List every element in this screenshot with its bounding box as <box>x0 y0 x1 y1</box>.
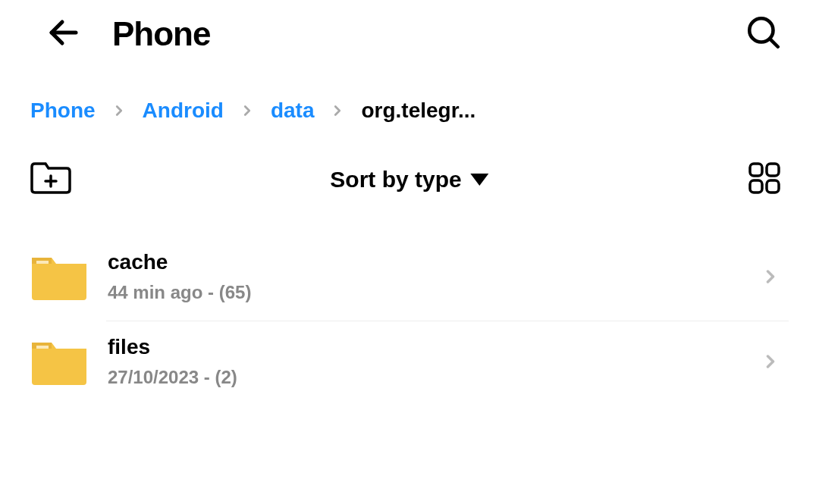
svg-rect-10 <box>36 261 49 264</box>
folder-plus-icon <box>30 161 71 196</box>
triangle-down-icon <box>471 174 489 186</box>
grid-icon <box>748 161 781 195</box>
view-toggle-button[interactable] <box>748 161 781 198</box>
new-folder-button[interactable] <box>30 161 71 199</box>
breadcrumb-item-android[interactable]: Android <box>143 99 224 123</box>
app-header: Phone <box>0 0 819 68</box>
folder-meta: 27/10/2023 - (2) <box>108 367 760 388</box>
breadcrumb-item-data[interactable]: data <box>271 99 315 123</box>
svg-rect-12 <box>36 346 49 349</box>
folder-list: cache 44 min ago - (65) files 27/10/2023… <box>0 214 819 406</box>
svg-rect-6 <box>767 164 779 176</box>
arrow-left-icon <box>46 14 82 51</box>
chevron-right-icon <box>760 266 781 287</box>
sort-label: Sort by type <box>330 167 461 193</box>
chevron-right-icon <box>111 102 127 119</box>
search-icon <box>745 14 783 52</box>
folder-item[interactable]: files 27/10/2023 - (2) <box>30 321 789 406</box>
folder-name: files <box>108 335 760 359</box>
folder-info: cache 44 min ago - (65) <box>108 250 760 303</box>
breadcrumb: Phone Android data org.telegr... <box>0 68 819 146</box>
breadcrumb-item-phone[interactable]: Phone <box>30 99 96 123</box>
breadcrumb-item-current: org.telegr... <box>361 99 475 123</box>
sort-dropdown[interactable]: Sort by type <box>330 167 488 193</box>
folder-name: cache <box>108 250 760 274</box>
svg-rect-5 <box>750 164 762 176</box>
page-title: Phone <box>112 15 210 53</box>
folder-icon <box>30 253 88 300</box>
svg-rect-7 <box>750 180 762 193</box>
toolbar: Sort by type <box>0 146 819 214</box>
chevron-right-icon <box>760 351 781 372</box>
folder-icon <box>30 338 88 385</box>
svg-line-2 <box>770 39 777 46</box>
folder-meta: 44 min ago - (65) <box>108 282 760 303</box>
header-left-group: Phone <box>46 14 210 54</box>
svg-rect-8 <box>767 180 779 193</box>
search-button[interactable] <box>739 8 789 61</box>
chevron-right-icon <box>329 102 346 119</box>
folder-info: files 27/10/2023 - (2) <box>108 335 760 388</box>
chevron-right-icon <box>239 102 256 119</box>
folder-item[interactable]: cache 44 min ago - (65) <box>30 236 789 321</box>
back-button[interactable] <box>46 14 82 54</box>
